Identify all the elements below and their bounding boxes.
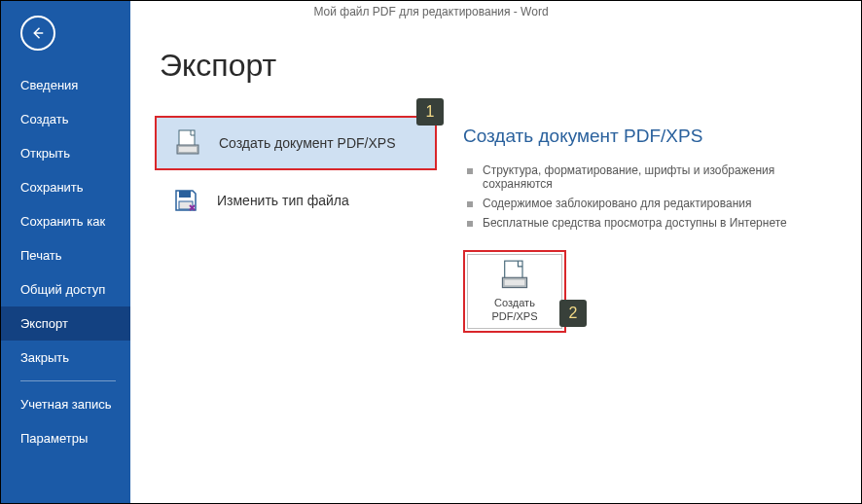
annotation-marker-1: 1 [416,98,444,126]
sidebar-item-save[interactable]: Сохранить [1,170,130,204]
sidebar-item-options[interactable]: Параметры [1,421,130,455]
sidebar-item-print[interactable]: Печать [1,238,130,272]
page-title: Экспорт [160,48,842,84]
create-pdfxps-label: СоздатьPDF/XPS [491,297,537,324]
create-pdfxps-highlight: СоздатьPDF/XPS [463,250,566,333]
sidebar-item-new[interactable]: Создать [1,102,130,136]
sidebar-item-open[interactable]: Открыть [1,136,130,170]
back-button[interactable] [20,16,55,51]
pdf-document-icon [501,260,528,291]
sidebar-item-info[interactable]: Сведения [1,68,130,102]
export-option-changetype[interactable]: Изменить тип файла [155,176,437,225]
pdf-document-icon [174,129,201,157]
sidebar-item-account[interactable]: Учетная запись [1,387,130,421]
backstage-sidebar: Сведения Создать Открыть Сохранить Сохра… [1,1,130,503]
sidebar-item-saveas[interactable]: Сохранить как [1,204,130,238]
svg-rect-3 [179,191,191,198]
detail-bullet-list: Структура, форматирование, шрифты и изоб… [463,161,833,233]
svg-rect-2 [179,147,197,152]
sidebar-separator [20,380,116,381]
annotation-marker-2: 2 [559,300,587,327]
export-detail-pane: Создать документ PDF/XPS Структура, форм… [463,126,833,333]
export-option-pdfxps[interactable]: Создать документ PDF/XPS [155,116,437,170]
create-pdfxps-button[interactable]: СоздатьPDF/XPS [467,254,562,329]
sidebar-item-share[interactable]: Общий доступ [1,272,130,306]
arrow-left-icon [29,24,47,42]
svg-rect-7 [505,279,525,285]
export-option-label: Создать документ PDF/XPS [219,135,396,151]
save-as-icon [172,188,199,213]
detail-bullet: Структура, форматирование, шрифты и изоб… [463,161,833,194]
detail-bullet: Содержимое заблокировано для редактирова… [463,194,833,213]
detail-bullet: Бесплатные средства просмотра доступны в… [463,213,833,233]
export-option-list: Создать документ PDF/XPS Изменить тип фа… [155,116,437,225]
export-option-label: Изменить тип файла [217,193,349,208]
sidebar-item-close[interactable]: Закрыть [1,341,130,375]
sidebar-item-export[interactable]: Экспорт [1,306,130,341]
detail-title: Создать документ PDF/XPS [463,126,833,147]
